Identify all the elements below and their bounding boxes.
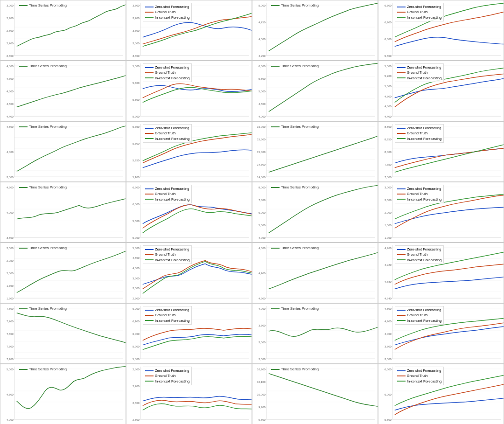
chart-label-r1c2: Time Series Prompting [271,64,319,68]
legend-r2c1: Zero-shot ForecastingGround TruthIn-cont… [143,124,192,143]
chart-r0c2: 5,0004,7504,5004,250Time Series Promptin… [252,0,378,61]
chart-r6c1: 2,8002,7002,6002,500Zero-shot Forecastin… [126,364,252,424]
chart-r4c2: 4,6004,4004,200Time Series Prompting [252,243,378,303]
svg-text:4,500: 4,500 [7,103,14,105]
svg-text:5,000: 5,000 [133,247,140,250]
svg-text:6,000: 6,000 [385,393,392,396]
chart-r1c0: 4,8004,7004,6004,5004,400Time Series Pro… [0,61,126,121]
svg-text:2,500: 2,500 [385,199,392,202]
chart-label-r1c0: Time Series Prompting [19,64,67,68]
svg-text:2,500: 2,500 [133,418,140,421]
svg-text:14,000: 14,000 [257,176,266,179]
legend-r3c3: Zero-shot ForecastingGround TruthIn-cont… [395,185,444,203]
chart-label-r4c2: Time Series Prompting [271,246,319,250]
svg-text:2,800: 2,800 [133,368,140,371]
svg-text:3,500: 3,500 [133,42,140,45]
svg-text:5,750: 5,750 [133,125,140,128]
chart-label-r3c0: Time Series Prompting [19,185,67,189]
svg-text:3,800: 3,800 [133,4,140,7]
chart-r0c1: 3,8003,7003,6003,5003,400Zero-shot Forec… [126,0,252,61]
svg-text:6,100: 6,100 [133,320,140,323]
svg-text:5,400: 5,400 [133,82,140,84]
chart-r0c0: 3,0002,9002,8002,7002,600Time Series Pro… [0,0,126,61]
svg-text:4,200: 4,200 [259,297,266,300]
chart-grid: 3,0002,9002,8002,7002,600Time Series Pro… [0,0,504,424]
svg-text:7,400: 7,400 [7,358,14,361]
svg-text:5,000: 5,000 [133,236,140,239]
svg-text:6,200: 6,200 [385,21,392,24]
svg-text:4,250: 4,250 [259,55,266,57]
svg-text:3,500: 3,500 [133,277,140,280]
svg-text:4,500: 4,500 [385,307,392,310]
svg-text:5,300: 5,300 [133,98,140,101]
chart-label-r6c0: Time Series Prompting [19,367,67,371]
svg-text:3,800: 3,800 [385,345,392,348]
svg-text:4,600: 4,600 [259,247,266,250]
svg-text:2,500: 2,500 [259,358,266,361]
svg-text:8,000: 8,000 [385,151,392,153]
chart-r4c1: 5,0004,5004,0003,5003,0002,500Zero-shot … [126,243,252,303]
svg-text:4,400: 4,400 [7,115,14,118]
svg-text:5,500: 5,500 [133,65,140,68]
svg-text:3,400: 3,400 [133,55,140,57]
svg-text:3,600: 3,600 [133,29,140,32]
legend-r4c1: Zero-shot ForecastingGround TruthIn-cont… [143,245,192,264]
svg-text:10,200: 10,200 [257,368,266,371]
svg-text:1,750: 1,750 [7,285,14,287]
svg-text:4,500: 4,500 [7,393,14,396]
legend-r3c1: Zero-shot ForecastingGround TruthIn-cont… [143,185,192,203]
svg-text:5,200: 5,200 [133,115,140,118]
chart-label-r5c2: Time Series Prompting [271,306,319,311]
legend-r4c3: Zero-shot ForecastingGround TruthIn-cont… [395,245,444,264]
svg-text:4,500: 4,500 [259,103,266,105]
svg-text:5,250: 5,250 [133,159,140,162]
legend-r1c1: Zero-shot ForecastingGround TruthIn-cont… [143,63,192,82]
svg-text:8,250: 8,250 [385,138,392,141]
chart-r5c1: 6,2006,1006,0005,9005,800Zero-shot Forec… [126,303,252,364]
svg-text:2,600: 2,600 [7,55,14,57]
chart-r0c3: 6,5006,2006,0005,800Zero-shot Forecastin… [378,0,504,61]
chart-r4c0: 2,5002,2502,0001,7501,500Time Series Pro… [0,243,126,303]
svg-text:4,000: 4,000 [385,333,392,335]
svg-text:6,500: 6,500 [133,186,140,189]
svg-text:4,000: 4,000 [259,236,266,239]
svg-text:4,500: 4,500 [7,186,14,189]
chart-label-r2c0: Time Series Prompting [19,125,67,129]
chart-r6c3: 6,5006,0005,500Zero-shot ForecastingGrou… [378,364,504,424]
chart-label-r0c2: Time Series Prompting [271,3,319,7]
chart-r4c3: 4,9604,9204,8804,840Zero-shot Forecastin… [378,243,504,303]
svg-text:5,500: 5,500 [133,220,140,222]
svg-text:4,700: 4,700 [7,77,14,80]
svg-text:6,000: 6,000 [133,333,140,335]
svg-text:1,500: 1,500 [7,297,14,300]
chart-label-r0c0: Time Series Prompting [19,3,67,7]
chart-r3c2: 8,0007,0006,0005,0004,000Time Series Pro… [252,182,378,243]
svg-text:5,800: 5,800 [133,358,140,361]
svg-text:4,800: 4,800 [385,95,392,98]
svg-text:4,000: 4,000 [7,151,14,153]
svg-text:6,000: 6,000 [385,38,392,41]
svg-text:4,000: 4,000 [7,418,14,421]
svg-text:6,000: 6,000 [259,211,266,214]
svg-text:5,200: 5,200 [385,75,392,77]
svg-text:2,500: 2,500 [7,247,14,250]
svg-text:10,100: 10,100 [257,381,266,383]
chart-r6c2: 10,20010,10010,0009,9009,800Time Series … [252,364,378,424]
svg-text:5,500: 5,500 [385,418,392,421]
svg-text:16,000: 16,000 [257,125,266,128]
svg-text:15,000: 15,000 [257,151,266,153]
chart-r5c0: 7,8007,7007,6007,5007,400Time Series Pro… [0,303,126,364]
chart-r1c3: 5,5005,2005,0004,8004,6004,400Zero-shot … [378,61,504,121]
svg-text:5,000: 5,000 [259,4,266,7]
chart-r3c3: 3,0002,5002,0001,5001,000Zero-shot Forec… [378,182,504,243]
legend-r5c1: Zero-shot ForecastingGround TruthIn-cont… [143,306,192,325]
svg-text:15,500: 15,500 [257,138,266,141]
legend-r0c3: Zero-shot ForecastingGround TruthIn-cont… [395,3,444,21]
legend-r2c3: Zero-shot ForecastingGround TruthIn-cont… [395,124,444,143]
svg-text:7,500: 7,500 [385,176,392,179]
svg-text:3,700: 3,700 [133,17,140,20]
svg-text:4,400: 4,400 [259,272,266,275]
svg-text:5,900: 5,900 [133,345,140,348]
svg-text:4,600: 4,600 [7,90,14,93]
chart-label-r5c0: Time Series Prompting [19,306,67,311]
